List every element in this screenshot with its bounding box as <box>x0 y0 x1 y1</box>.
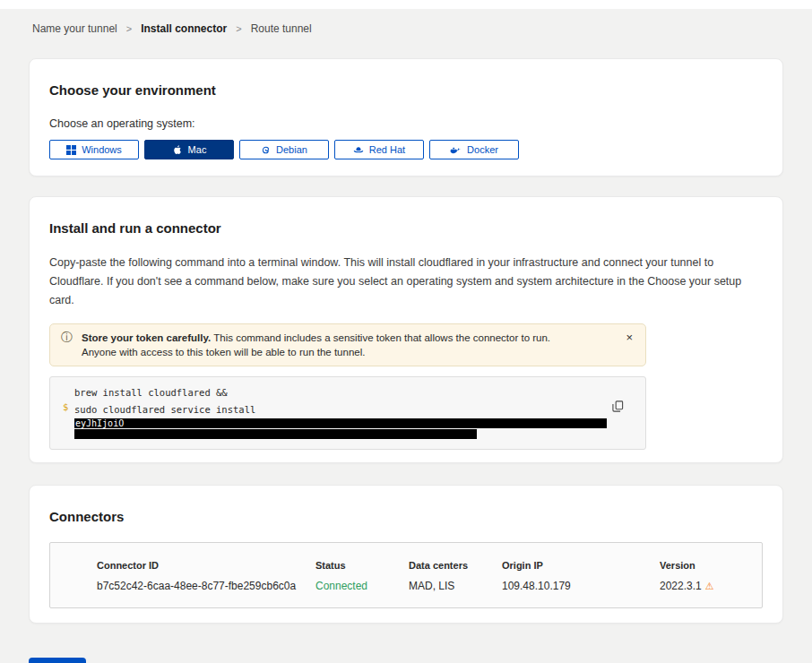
install-card-title: Install and run a connector <box>49 220 763 236</box>
column-header-data-centers: Data centers <box>409 559 502 572</box>
os-button-group: Windows Mac Debian Red Hat <box>49 140 763 159</box>
breadcrumb-separator: > <box>236 23 241 34</box>
environment-card-title: Choose your environment <box>49 82 763 98</box>
docker-icon <box>450 145 462 155</box>
connector-data-centers-value: MAD, LIS <box>409 580 502 593</box>
breadcrumb-step-install-connector[interactable]: Install connector <box>141 22 227 35</box>
os-select-label: Choose an operating system: <box>49 117 763 131</box>
connector-id-value: b7c52c42-6caa-48ee-8c77-fbe259cb6c0a <box>97 580 315 593</box>
os-button-label: Mac <box>188 144 207 155</box>
install-command-block: $ brew install cloudflared && sudo cloud… <box>49 376 646 450</box>
column-header-origin-ip: Origin IP <box>502 559 660 572</box>
shell-prompt: $ <box>63 384 74 440</box>
os-button-label: Red Hat <box>369 144 405 155</box>
version-text: 2022.3.1 <box>660 580 702 592</box>
breadcrumb-step-name-your-tunnel[interactable]: Name your tunnel <box>32 22 117 35</box>
connector-status-value: Connected <box>315 580 409 593</box>
debian-icon <box>261 145 271 155</box>
column-header-status: Status <box>315 559 409 572</box>
column-header-connector-id: Connector ID <box>97 559 315 572</box>
os-button-windows[interactable]: Windows <box>49 140 139 159</box>
connector-origin-ip-value: 109.48.10.179 <box>502 580 660 593</box>
redacted-token-line-2 <box>74 429 635 440</box>
os-button-label: Debian <box>276 144 307 155</box>
os-button-redhat[interactable]: Red Hat <box>334 140 424 159</box>
os-button-docker[interactable]: Docker <box>429 140 519 159</box>
connectors-card-title: Connectors <box>49 509 763 524</box>
connectors-card: Connectors Connector ID Status Data cent… <box>29 485 783 624</box>
tunnel-setup-page: Name your tunnel > Install connector > R… <box>0 9 812 663</box>
token-warning-banner: ⓘ Store your token carefully. This comma… <box>49 323 646 366</box>
version-warning-icon: ⚠ <box>705 581 714 591</box>
apple-icon <box>172 144 183 155</box>
connectors-table: Connector ID Status Data centers Origin … <box>49 542 763 608</box>
command-line-1: brew install cloudflared && <box>74 384 635 401</box>
command-line-2: sudo cloudflared service install <box>74 401 635 418</box>
os-button-label: Windows <box>82 144 122 155</box>
breadcrumb-separator: > <box>126 23 132 34</box>
choose-environment-card: Choose your environment Choose an operat… <box>29 58 783 177</box>
column-header-version: Version <box>660 559 747 572</box>
breadcrumb: Name your tunnel > Install connector > R… <box>0 9 812 35</box>
redacted-token-line-1: eyJhIjoiO <box>74 418 635 429</box>
token-prefix: eyJhIjoiO <box>74 418 124 428</box>
connector-version-value: 2022.3.1⚠ <box>660 580 747 593</box>
os-button-mac[interactable]: Mac <box>144 140 234 159</box>
info-icon: ⓘ <box>61 331 73 359</box>
install-instructions: Copy-paste the following command into a … <box>49 254 763 310</box>
copy-icon[interactable] <box>612 400 624 412</box>
token-redaction-bar <box>74 429 477 439</box>
os-button-debian[interactable]: Debian <box>239 140 329 159</box>
close-icon[interactable]: × <box>624 331 635 345</box>
breadcrumb-step-route-tunnel[interactable]: Route tunnel <box>251 22 312 35</box>
redhat-icon <box>353 144 364 155</box>
os-button-label: Docker <box>467 144 498 155</box>
next-button[interactable]: Next <box>29 658 86 663</box>
install-command: brew install cloudflared && sudo cloudfl… <box>74 384 635 440</box>
install-connector-card: Install and run a connector Copy-paste t… <box>29 196 783 463</box>
token-warning-title: Store your token carefully. <box>82 332 211 343</box>
token-warning-text: Store your token carefully. This command… <box>82 331 583 359</box>
windows-icon <box>66 145 76 155</box>
token-redaction-bar: eyJhIjoiO <box>74 418 607 428</box>
